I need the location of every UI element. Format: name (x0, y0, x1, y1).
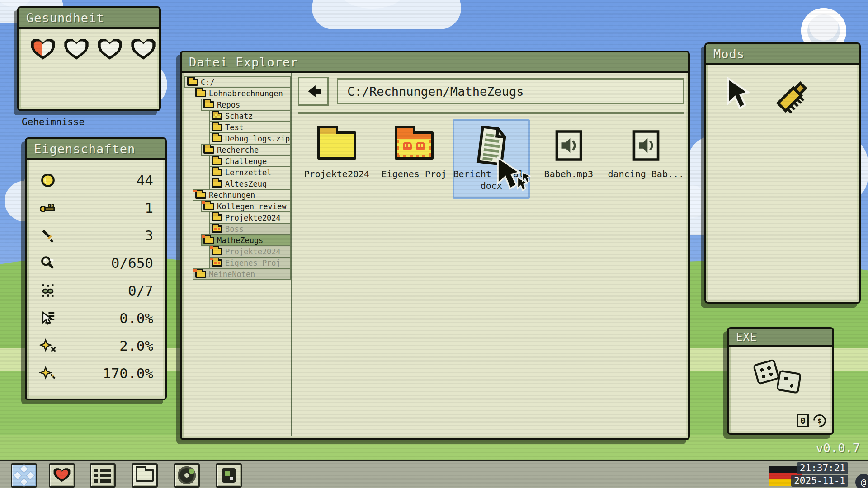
file-item[interactable]: dancing_Bab... (607, 119, 684, 199)
brush-mod-icon[interactable] (770, 77, 814, 117)
stat-row: 0/7 (27, 277, 165, 304)
stat-row: 3 (27, 221, 165, 249)
tree-item[interactable]: Lernzettel (209, 166, 291, 178)
mods-window: Mods (704, 42, 861, 304)
folder-skull-icon (212, 225, 222, 233)
tree-item[interactable]: Projekte2024 (209, 245, 291, 258)
tree-item[interactable]: Eigenes_Proj (209, 257, 291, 269)
tree-item[interactable]: Test (209, 121, 291, 133)
cursor-list-icon (39, 310, 57, 327)
tree-item[interactable]: Debug_logs.zip (209, 132, 291, 145)
folder-icon (317, 131, 356, 160)
file-grid: Projekte2024 Eigenes_Proj (298, 119, 684, 199)
cursor-mod-icon[interactable] (723, 77, 751, 111)
audio-file-icon (632, 129, 660, 162)
stat-row: 44 (27, 166, 165, 194)
game-app-icon (222, 468, 236, 483)
reroll-cost-icon[interactable]: $ (811, 412, 829, 430)
stat-row: 2.0% (27, 332, 165, 359)
stats-window-titlebar[interactable]: Eigenschaften (27, 139, 165, 160)
stat-value: 44 (137, 172, 153, 188)
tree-item[interactable]: Schatz (209, 110, 291, 122)
game-screen: Gesundheit Geheimnisse Eigenschaften 44 (0, 0, 868, 488)
address-row: C:/Rechnungen/MatheZeugs (298, 77, 684, 114)
tree-item-selected[interactable]: MatheZeugs (201, 234, 291, 246)
stat-value: 0.0% (119, 310, 153, 326)
counter-badge: 0 (797, 414, 809, 427)
folder-icon (212, 169, 222, 176)
dice-icon[interactable] (754, 359, 808, 400)
taskbar-disc-app-button[interactable] (174, 463, 200, 488)
folder-icon (212, 180, 222, 188)
folder-tree: C:/ Lohnabrechnungen Repos Schatz Test D… (182, 73, 292, 438)
stats-window-title: Eigenschaften (34, 142, 135, 156)
audio-file-icon (555, 129, 583, 162)
health-window-body (19, 29, 159, 109)
file-explorer-window: Datei Explorer C:/ Lohnabrechnungen Repo… (180, 51, 690, 440)
explorer-titlebar[interactable]: Datei Explorer (182, 52, 688, 73)
stat-value: 1 (145, 200, 153, 216)
file-item[interactable]: Projekte2024 (298, 119, 375, 199)
health-window-titlebar[interactable]: Gesundheit (19, 8, 159, 29)
fly-icon (39, 282, 57, 299)
mouse-cursor (494, 155, 531, 202)
folder-alert-icon (195, 271, 206, 278)
explorer-body: C:/ Lohnabrechnungen Repos Schatz Test D… (182, 73, 688, 438)
folder-alert-icon (195, 192, 206, 199)
at-badge[interactable]: @ (855, 474, 868, 488)
exe-window-titlebar[interactable]: EXE (729, 329, 832, 347)
magnifier-icon (39, 254, 57, 272)
exe-window-body: 0 $ (729, 347, 832, 433)
hearts-row (19, 29, 159, 61)
stat-value: 170.0% (103, 365, 153, 381)
heart-icon (53, 468, 71, 483)
folder-open-icon (203, 101, 214, 108)
health-window-title: Gesundheit (26, 11, 104, 25)
tree-item[interactable]: Repos (201, 99, 291, 111)
stat-row: 0.0% (27, 304, 165, 332)
folder-icon (212, 214, 222, 221)
tree-item[interactable]: Recherche (201, 144, 291, 156)
tree-item[interactable]: Projekte2024 (209, 211, 291, 224)
tree-item[interactable]: Challenge (209, 155, 291, 167)
folder-open-icon (187, 79, 198, 86)
zip-file-icon (212, 135, 222, 142)
folder-skull-icon (212, 259, 222, 267)
tree-item[interactable]: C:/ (184, 76, 291, 88)
taskbar-stats-app-button[interactable] (90, 463, 116, 488)
taskbar-file-explorer-button[interactable] (132, 463, 158, 488)
taskbar: 21:37:21 2025-11-1 @ (0, 460, 868, 488)
folder-treasure-icon (212, 113, 222, 120)
tree-item[interactable]: Kollegen_review (201, 200, 291, 212)
stats-window: Eigenschaften 44 1 3 (25, 137, 167, 400)
back-arrow-icon (304, 83, 323, 99)
folder-alert-icon (212, 248, 222, 255)
stat-value: 0/650 (111, 255, 153, 271)
tree-item[interactable]: Rechnungen (193, 189, 291, 201)
heart-icon (63, 38, 90, 61)
health-window: Gesundheit (17, 6, 161, 111)
taskbar-health-app-button[interactable] (49, 463, 75, 488)
system-logo-icon (13, 464, 36, 487)
taskbar-system-menu-button[interactable] (11, 463, 37, 488)
exe-window: EXE 0 $ (727, 327, 834, 435)
mods-window-titlebar[interactable]: Mods (706, 44, 859, 65)
folder-icon (212, 124, 222, 131)
file-item[interactable]: Babeh.mp3 (530, 119, 607, 199)
tree-item[interactable]: Boss (209, 223, 291, 235)
mods-window-title: Mods (713, 47, 745, 61)
file-item[interactable]: Eigenes_Proj (375, 119, 453, 199)
back-button[interactable] (298, 77, 329, 106)
taskbar-game-app-button[interactable] (216, 463, 242, 488)
tree-item[interactable]: MeineNoten (193, 268, 291, 280)
explorer-title: Datei Explorer (189, 55, 298, 69)
folder-icon (212, 158, 222, 165)
clock-time: 21:37:21 (797, 462, 848, 474)
address-bar[interactable]: C:/Rechnungen/MatheZeugs (337, 78, 684, 104)
key-icon (39, 199, 57, 216)
coin-icon (39, 172, 57, 189)
heart-icon (97, 38, 123, 61)
tree-item[interactable]: AltesZeug (209, 178, 291, 190)
tree-item[interactable]: Lohnabrechnungen (193, 87, 291, 99)
folder-alert-icon (203, 203, 214, 210)
